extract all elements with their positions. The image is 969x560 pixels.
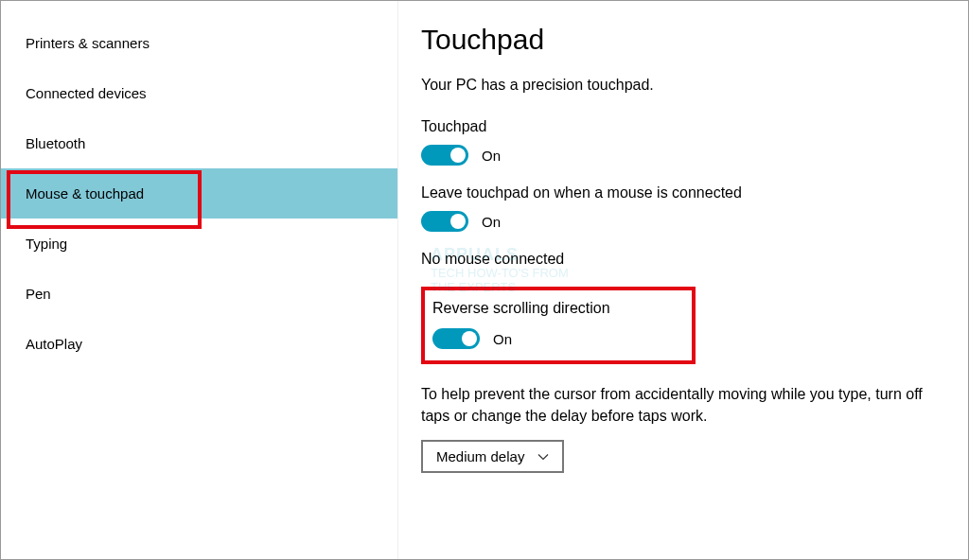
sidebar-item-label: Mouse & touchpad xyxy=(26,185,144,201)
sidebar-item-label: Typing xyxy=(26,236,67,252)
reverse-scrolling-toggle-state: On xyxy=(493,331,512,347)
mouse-status: No mouse connected xyxy=(421,251,945,268)
touchpad-setting: Touchpad On xyxy=(421,118,945,166)
sidebar-item-pen[interactable]: Pen xyxy=(1,269,397,319)
sidebar-item-label: Printers & scanners xyxy=(26,35,150,51)
sidebar-item-label: Bluetooth xyxy=(26,135,85,151)
touchpad-toggle[interactable] xyxy=(421,145,468,166)
leave-on-toggle[interactable] xyxy=(421,211,468,232)
settings-sidebar: Printers & scanners Connected devices Bl… xyxy=(1,1,398,559)
sidebar-item-label: Pen xyxy=(26,286,51,302)
sidebar-item-connected-devices[interactable]: Connected devices xyxy=(1,68,397,118)
tap-delay-help-text: To help prevent the cursor from accident… xyxy=(421,383,932,427)
main-content: Touchpad Your PC has a precision touchpa… xyxy=(398,1,968,559)
sidebar-item-printers-scanners[interactable]: Printers & scanners xyxy=(1,18,397,68)
touchpad-label: Touchpad xyxy=(421,118,945,135)
page-title: Touchpad xyxy=(421,24,945,56)
leave-on-label: Leave touchpad on when a mouse is connec… xyxy=(421,184,945,201)
tap-delay-selected: Medium delay xyxy=(436,448,524,464)
tap-delay-dropdown[interactable]: Medium delay xyxy=(421,440,564,473)
leave-on-toggle-state: On xyxy=(482,214,501,230)
sidebar-item-bluetooth[interactable]: Bluetooth xyxy=(1,118,397,168)
reverse-scrolling-label: Reverse scrolling direction xyxy=(432,300,684,317)
page-description: Your PC has a precision touchpad. xyxy=(421,77,945,94)
sidebar-item-typing[interactable]: Typing xyxy=(1,219,397,269)
toggle-knob xyxy=(450,214,466,229)
sidebar-item-label: Connected devices xyxy=(26,85,147,101)
reverse-scrolling-setting: Reverse scrolling direction On xyxy=(421,287,696,364)
leave-on-setting: Leave touchpad on when a mouse is connec… xyxy=(421,184,945,232)
sidebar-item-label: AutoPlay xyxy=(26,336,82,352)
touchpad-toggle-state: On xyxy=(482,148,501,164)
toggle-knob xyxy=(450,148,466,163)
reverse-scrolling-toggle[interactable] xyxy=(432,328,480,349)
sidebar-item-autoplay[interactable]: AutoPlay xyxy=(1,319,397,369)
sidebar-item-mouse-touchpad[interactable]: Mouse & touchpad xyxy=(1,168,397,219)
chevron-down-icon xyxy=(537,451,549,463)
toggle-knob xyxy=(462,331,477,346)
